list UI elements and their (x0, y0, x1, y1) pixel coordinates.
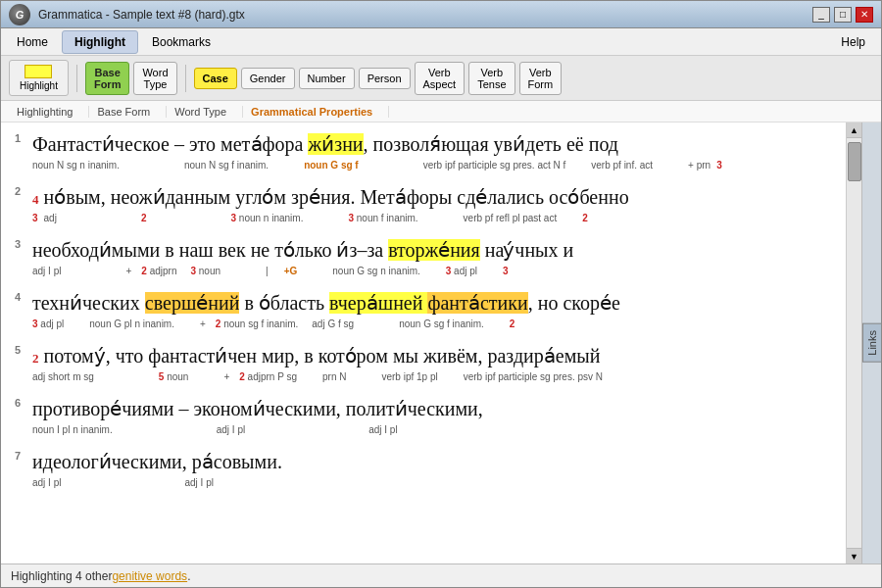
main-window: G Grammatica - Sample text #8 (hard).gtx… (0, 0, 882, 588)
status-suffix: . (187, 569, 190, 583)
sub-toolbar: Highlighting Base Form Word Type Grammat… (1, 101, 881, 122)
toolbar: Highlight Base Form Word Type Case Gende… (1, 56, 881, 101)
status-bar: Highlighting 4 other genitive words. (1, 564, 881, 587)
line-4: 4 техни́ческих сверше́ний в о́бласть вче… (32, 289, 834, 332)
line-number-6: 6 (15, 397, 21, 409)
toolbar-group-highlight: Highlight (9, 60, 69, 96)
menu-home[interactable]: Home (5, 31, 60, 53)
line-1-grammar: noun N sg n inanim. noun N sg f inanim. … (32, 158, 834, 173)
base-form-button[interactable]: Base Form (85, 62, 130, 95)
divider-2 (185, 65, 186, 92)
line-number-7: 7 (15, 450, 21, 462)
line-4-part-1: техни́ческих (32, 292, 145, 314)
line-3-highlight: вторже́ния (388, 239, 480, 261)
app-icon: G (9, 4, 30, 25)
sub-highlighting[interactable]: Highlighting (9, 106, 89, 118)
line-1-text: Фантасти́ческое – это мета́фора жи́зни, … (32, 130, 834, 158)
line-6: 6 противоре́чиями – экономи́ческими, пол… (32, 395, 834, 438)
line-1: 1 Фантасти́ческое – это мета́фора жи́зни… (32, 130, 834, 173)
main-area: 1 Фантасти́ческое – это мета́фора жи́зни… (1, 122, 881, 564)
case-button[interactable]: Case (194, 68, 237, 89)
menu-bookmarks[interactable]: Bookmarks (140, 31, 222, 53)
line-3-part-1: необходи́мыми в наш век не то́лько и́з–з… (32, 239, 388, 261)
line-3-part-2: нау́чных и (480, 239, 573, 261)
links-tab[interactable]: Links (862, 323, 882, 363)
line-7-grammar: adj I pl adj I pl (32, 475, 834, 491)
word-type-button[interactable]: Word Type (133, 62, 176, 95)
status-text: Highlighting 4 other (11, 569, 112, 583)
line-1-highlight-1: жи́зни (308, 133, 363, 155)
line-2-part: но́вым, неожи́данным угло́м зре́ния. Мет… (44, 186, 629, 208)
scrollbar: ▲ ▼ (846, 122, 861, 564)
verb-aspect-button[interactable]: Verb Aspect (415, 62, 466, 95)
sidebar-right: Links (861, 122, 881, 564)
line-4-highlight-1: сверше́ний (145, 292, 240, 314)
line-number-3: 3 (15, 238, 21, 250)
line-1-part-2: , позволя́ющая уви́деть её под (364, 133, 618, 155)
line-number-5: 5 (15, 344, 21, 356)
line-6-text: противоре́чиями – экономи́ческими, полит… (32, 395, 834, 422)
line-4-grammar: 3 adj pl noun G pl n inanim. + 2 noun sg… (32, 317, 834, 332)
line-5-grammar: adj short m sg 5 noun + 2 adjprn P sg pr… (32, 369, 834, 385)
sub-word-type[interactable]: Word Type (167, 106, 243, 118)
divider-1 (76, 65, 77, 92)
line-6-grammar: noun I pl n inanim. adj I pl adj I pl (32, 422, 834, 438)
window-controls: _ □ ✕ (812, 7, 873, 23)
highlight-icon (24, 65, 52, 78)
line-2-grammar: 3 adj 2 3 noun n inanim. 3 noun f inanim… (32, 211, 834, 226)
line-3-grammar: adj I pl + 2 adjprn 3 noun | +G noun G s… (32, 264, 834, 279)
line-4-text: техни́ческих сверше́ний в о́бласть вчера… (32, 289, 834, 317)
line-4-highlight-3: фанта́стики (427, 292, 527, 314)
line-3-text: необходи́мыми в наш век не то́лько и́з–з… (32, 236, 834, 264)
verb-form-button[interactable]: Verb Form (519, 62, 563, 95)
highlight-label: Highlight (20, 80, 58, 91)
scroll-track (847, 138, 861, 548)
number-button[interactable]: Number (299, 68, 355, 89)
menu-bar: Home Highlight Bookmarks Help (1, 28, 881, 56)
line-1-part-1: Фантасти́ческое – это мета́фора (32, 133, 308, 155)
line-5: 5 2 потому́, что фантасти́чен мир, в кот… (32, 342, 834, 385)
verb-tense-button[interactable]: Verb Tense (468, 62, 514, 95)
line-number-1: 1 (15, 132, 21, 144)
scroll-up-button[interactable]: ▲ (847, 122, 861, 138)
maximize-button[interactable]: □ (834, 7, 852, 23)
menu-help[interactable]: Help (829, 31, 877, 53)
line-4-part-3: , но скоре́е (528, 292, 620, 314)
menu-highlight[interactable]: Highlight (62, 30, 138, 54)
scroll-down-button[interactable]: ▼ (847, 548, 861, 564)
status-link[interactable]: genitive words (112, 569, 187, 583)
line-4-highlight-2: вчера́шней (329, 292, 427, 314)
line-7: 7 идеологи́ческими, ра́совыми. adj I pl … (32, 448, 834, 491)
line-2-num: 4 (32, 192, 39, 207)
sub-grammatical[interactable]: Grammatical Properties (243, 106, 389, 118)
line-4-part-2: в о́бласть (239, 292, 329, 314)
text-content[interactable]: 1 Фантасти́ческое – это мета́фора жи́зни… (1, 122, 846, 564)
line-7-text: идеологи́ческими, ра́совыми. (32, 448, 834, 475)
sub-base-form[interactable]: Base Form (89, 106, 167, 118)
line-number-2: 2 (15, 185, 21, 197)
line-number-4: 4 (15, 291, 21, 303)
minimize-button[interactable]: _ (812, 7, 830, 23)
highlight-button[interactable]: Highlight (9, 60, 69, 96)
line-2: 2 4 но́вым, неожи́данным угло́м зре́ния.… (32, 183, 834, 226)
line-5-text: 2 потому́, что фантасти́чен мир, в кото́… (32, 342, 834, 369)
line-2-text: 4 но́вым, неожи́данным угло́м зре́ния. М… (32, 183, 834, 211)
close-button[interactable]: ✕ (856, 7, 873, 23)
gender-button[interactable]: Gender (241, 68, 295, 89)
title-bar-left: G Grammatica - Sample text #8 (hard).gtx (9, 4, 245, 25)
window-title: Grammatica - Sample text #8 (hard).gtx (38, 8, 245, 22)
scroll-thumb[interactable] (848, 142, 861, 181)
title-bar: G Grammatica - Sample text #8 (hard).gtx… (1, 1, 881, 28)
line-3: 3 необходи́мыми в наш век не то́лько и́з… (32, 236, 834, 279)
person-button[interactable]: Person (359, 68, 411, 89)
